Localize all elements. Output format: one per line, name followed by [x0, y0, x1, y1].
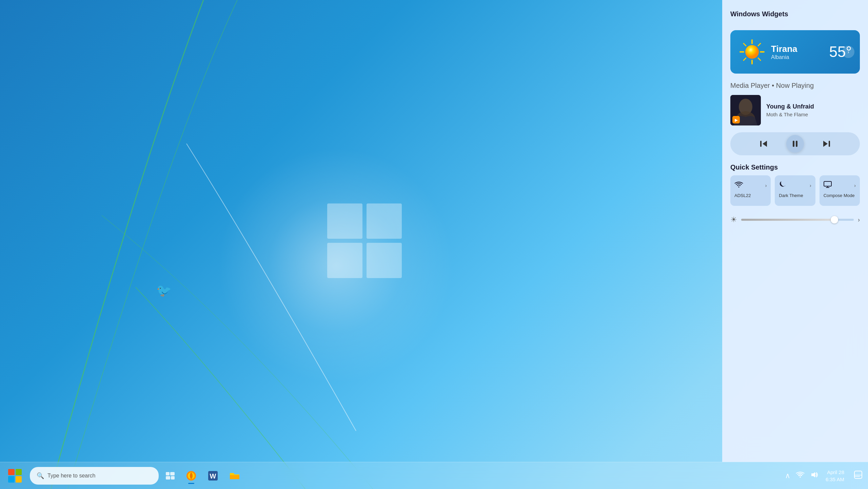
- quick-settings-grid: › ADSL22 › Dark Theme: [730, 175, 860, 206]
- wifi-tile-top: ›: [734, 181, 767, 190]
- svg-rect-18: [829, 141, 830, 147]
- moon-icon: [779, 181, 786, 190]
- windows-logo: [327, 203, 402, 278]
- brightness-chevron-icon[interactable]: ›: [858, 216, 860, 223]
- search-box[interactable]: 🔍 Type here to search: [30, 467, 159, 485]
- svg-text:▶: ▶: [735, 118, 738, 122]
- album-art: ▶: [730, 95, 761, 125]
- track-artist: Moth & The Flame: [766, 112, 860, 117]
- svg-line-6: [758, 43, 761, 46]
- svg-rect-16: [793, 141, 794, 147]
- dark-theme-tile[interactable]: › Dark Theme: [775, 175, 815, 206]
- start-button[interactable]: [5, 466, 24, 485]
- volume-icon[interactable]: [810, 471, 819, 481]
- task-view-button[interactable]: [161, 467, 179, 485]
- media-header: Media Player • Now Playing: [730, 82, 860, 90]
- search-placeholder: Type here to search: [47, 473, 95, 479]
- play-pause-button[interactable]: [786, 135, 804, 153]
- svg-marker-19: [823, 141, 828, 147]
- windows-logo-pane-3: [327, 243, 362, 278]
- svg-line-7: [744, 58, 746, 60]
- media-track-info: Young & Unfraid Moth & The Flame: [766, 103, 860, 117]
- notifications-button[interactable]: [854, 470, 863, 481]
- dark-theme-tile-top: ›: [779, 181, 811, 190]
- prev-track-button[interactable]: [755, 135, 773, 153]
- svg-point-8: [745, 45, 759, 59]
- start-pane-3: [8, 476, 15, 483]
- weather-widget[interactable]: Tirana Albania 55° ›: [730, 30, 860, 74]
- taskbar-clock[interactable]: April 28 6:35 AM: [826, 469, 844, 483]
- wifi-label: ADSL22: [734, 193, 751, 198]
- media-status: Now Playing: [776, 82, 814, 89]
- album-art-face: ▶: [730, 95, 761, 125]
- taskbar-apps: W: [182, 466, 244, 485]
- taskbar: 🔍 Type here to search: [0, 462, 868, 489]
- wifi-tile[interactable]: › ADSL22: [730, 175, 771, 206]
- search-icon: 🔍: [37, 472, 44, 480]
- media-controls: [730, 132, 860, 155]
- start-pane-1: [8, 469, 15, 475]
- weather-next-button[interactable]: ›: [842, 46, 854, 58]
- brightness-slider[interactable]: [741, 219, 854, 221]
- weather-left: Tirana Albania: [738, 38, 797, 65]
- brightness-thumb[interactable]: [831, 216, 838, 223]
- media-section: Media Player • Now Playing: [730, 82, 860, 155]
- weather-country: Albania: [771, 54, 797, 60]
- desktop: 🐦 Windows Widgets: [0, 0, 868, 489]
- weather-city: Tirana: [771, 44, 797, 54]
- start-icon: [8, 469, 22, 483]
- svg-line-5: [758, 58, 761, 60]
- svg-marker-15: [763, 141, 767, 147]
- taskbar-app-files[interactable]: [225, 466, 244, 485]
- windows-logo-pane-1: [327, 203, 362, 239]
- start-pane-4: [16, 476, 22, 483]
- wifi-icon: [734, 181, 743, 190]
- taskbar-app-firefox[interactable]: [182, 466, 201, 485]
- quick-settings-title: Quick Settings: [730, 163, 860, 171]
- weather-info: Tirana Albania: [771, 44, 797, 60]
- media-now-playing: ▶ Young & Unfraid Moth & The Flame: [730, 95, 860, 125]
- svg-rect-32: [854, 471, 862, 478]
- brightness-fill: [741, 219, 837, 221]
- widgets-title: Windows Widgets: [730, 10, 860, 18]
- compose-mode-label: Compose Mode: [824, 193, 855, 198]
- track-title: Young & Unfraid: [766, 103, 860, 110]
- system-tray-icons: ∧: [785, 471, 819, 481]
- taskbar-wifi-icon[interactable]: [796, 471, 805, 481]
- weather-sun-icon: [738, 38, 766, 65]
- taskbar-date: April 28: [826, 469, 844, 476]
- dark-theme-label: Dark Theme: [779, 193, 803, 198]
- svg-line-4: [744, 43, 746, 46]
- start-pane-2: [16, 469, 22, 475]
- hidden-icons-button[interactable]: ∧: [785, 471, 790, 480]
- wifi-chevron-icon: ›: [765, 183, 767, 188]
- taskbar-time: 6:35 AM: [826, 476, 844, 483]
- next-track-button[interactable]: [817, 135, 835, 153]
- compose-tile-top: ›: [824, 181, 856, 190]
- bird-decoration: 🐦: [156, 283, 172, 298]
- brightness-row: ☀ ›: [730, 215, 860, 224]
- svg-text:W: W: [210, 472, 216, 480]
- svg-rect-25: [166, 476, 170, 480]
- svg-rect-14: [760, 141, 762, 147]
- svg-rect-26: [171, 476, 175, 480]
- widgets-panel: Windows Widgets: [722, 0, 868, 462]
- monitor-icon: [824, 181, 832, 190]
- media-label: Media Player: [730, 82, 770, 89]
- windows-logo-pane-2: [367, 203, 402, 239]
- compose-mode-tile[interactable]: › Compose Mode: [820, 175, 860, 206]
- compose-chevron-icon: ›: [854, 183, 856, 188]
- taskbar-app-word[interactable]: W: [203, 466, 222, 485]
- svg-marker-31: [811, 472, 815, 477]
- svg-rect-17: [796, 141, 797, 147]
- svg-rect-23: [166, 472, 170, 475]
- quick-settings-section: Quick Settings ›: [730, 163, 860, 206]
- windows-logo-pane-4: [367, 243, 402, 278]
- svg-rect-20: [824, 181, 831, 186]
- dark-theme-chevron-icon: ›: [810, 183, 811, 188]
- taskbar-right: ∧: [785, 469, 863, 483]
- media-separator: •: [772, 82, 776, 89]
- brightness-icon: ☀: [730, 215, 737, 224]
- svg-rect-24: [170, 472, 175, 475]
